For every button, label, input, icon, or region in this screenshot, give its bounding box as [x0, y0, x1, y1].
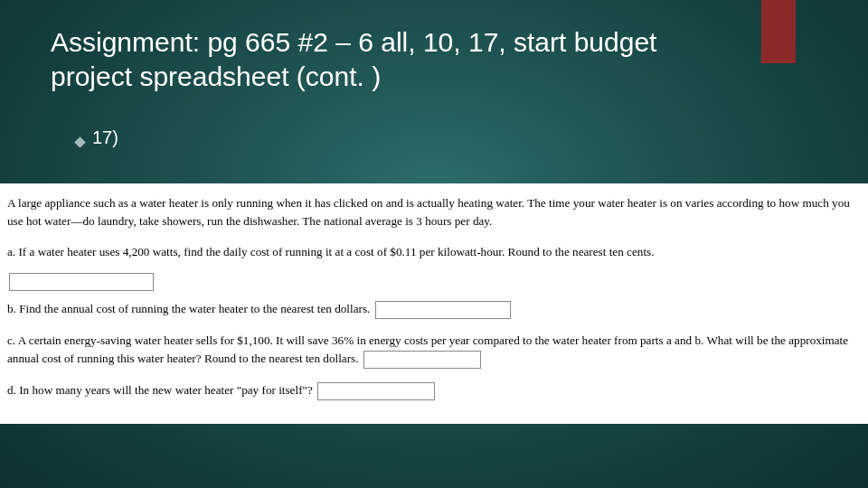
answer-d-input[interactable]	[317, 382, 435, 400]
answer-b-input[interactable]	[375, 301, 511, 319]
problem-panel: A large appliance such as a water heater…	[0, 183, 868, 424]
problem-part-b: b. Find the annual cost of running the w…	[7, 302, 370, 315]
answer-a-input[interactable]	[9, 273, 154, 291]
problem-intro: A large appliance such as a water heater…	[7, 194, 861, 230]
problem-part-d-row: d. In how many years will the new water …	[7, 381, 861, 400]
slide-content: Assignment: pg 665 #2 – 6 all, 10, 17, s…	[0, 0, 868, 488]
bullet-item: 17)	[76, 127, 817, 148]
problem-part-d: d. In how many years will the new water …	[7, 383, 313, 397]
problem-part-c-row: c. A certain energy-saving water heater …	[7, 332, 861, 369]
answer-c-input[interactable]	[363, 351, 481, 369]
problem-part-a: a. If a water heater uses 4,200 watts, f…	[7, 243, 861, 261]
problem-part-b-row: b. Find the annual cost of running the w…	[7, 300, 861, 319]
bullet-label: 17)	[92, 127, 118, 148]
slide-title: Assignment: pg 665 #2 – 6 all, 10, 17, s…	[51, 25, 738, 93]
